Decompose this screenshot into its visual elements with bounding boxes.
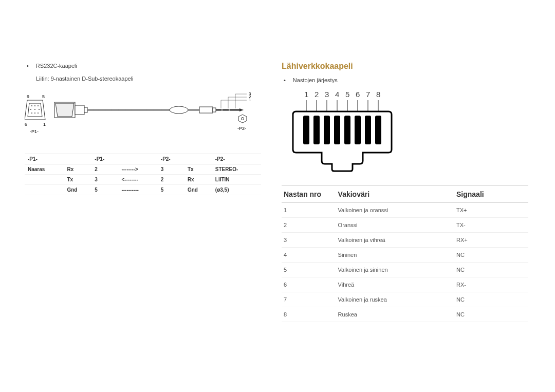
table-row: 5Valkoinen ja sininenNC [282, 262, 528, 277]
svg-rect-47 [355, 116, 361, 144]
cable-name: RS232C-kaapeli [25, 62, 261, 70]
svg-point-4 [34, 109, 35, 110]
table-row: 2OranssiTX- [282, 217, 528, 232]
pin-number-row: 1 2 3 4 5 6 7 8 [304, 90, 380, 99]
svg-text:4: 4 [335, 90, 339, 99]
dsub-plug-icon [54, 102, 87, 118]
table-header-row: Nastan nro Vakioväri Signaali [282, 185, 528, 202]
p1-label-diagram: -P1- [30, 129, 39, 134]
svg-point-7 [34, 113, 35, 114]
right-column: Lähiverkkokaapeli Nastojen järjestys 1 2… [282, 62, 528, 322]
rj45-icon [293, 111, 392, 171]
pin-order-label: Nastojen järjestys [282, 76, 528, 85]
table-row: 8RuskeaNC [282, 307, 528, 322]
svg-point-12 [170, 106, 188, 114]
document-page: RS232C-kaapeli Liitin: 9-nastainen D-Sub… [0, 0, 555, 343]
table-row: 3Valkoinen ja vihreäRX+ [282, 232, 528, 247]
table-header-row: -P1- -P1- -P2- -P2- [25, 154, 261, 164]
svg-point-5 [39, 109, 40, 110]
table-row: 4SininenNC [282, 247, 528, 262]
svg-text:1: 1 [304, 90, 308, 99]
svg-point-8 [38, 113, 39, 114]
svg-marker-24 [238, 115, 247, 123]
svg-rect-48 [365, 116, 371, 144]
svg-rect-43 [313, 116, 320, 144]
svg-point-3 [30, 109, 31, 110]
svg-rect-46 [344, 116, 350, 144]
svg-text:5: 5 [345, 90, 349, 99]
pin-mapping-table: -P1- -P1- -P2- -P2- Naaras Rx 2 --------… [25, 154, 261, 195]
svg-point-0 [31, 105, 32, 106]
svg-rect-45 [334, 116, 340, 144]
connector-desc: Liitin: 9-nastainen D-Sub-stereokaapeli [36, 74, 261, 83]
table-row: Gnd 5 ---------- 5 Gnd (ø3,5) [25, 185, 261, 195]
svg-text:6: 6 [356, 90, 360, 99]
cable-diagram: 9 5 6 1 -P1- [25, 89, 261, 147]
table-row: 1Valkoinen ja oranssiTX+ [282, 202, 528, 217]
svg-rect-13 [199, 107, 213, 113]
lan-heading: Lähiverkkokaapeli [282, 62, 528, 71]
svg-text:3: 3 [325, 90, 329, 99]
svg-rect-44 [324, 116, 330, 144]
dsub-icon [25, 100, 45, 120]
table-row: Naaras Rx 2 --------> 3 Tx STEREO- [25, 164, 261, 175]
lan-sub-list: Nastojen järjestys [282, 76, 528, 85]
p2-label-diagram: -P2- [237, 126, 246, 131]
rj45-diagram: 1 2 3 4 5 6 7 8 [292, 89, 528, 175]
svg-rect-10 [75, 105, 84, 115]
svg-point-6 [31, 113, 32, 114]
lan-pin-table: Nastan nro Vakioväri Signaali 1Valkoinen… [282, 185, 528, 322]
table-row: 7Valkoinen ja ruskeaNC [282, 292, 528, 307]
ring-1: 1 [249, 98, 251, 102]
svg-rect-11 [84, 107, 87, 113]
svg-point-1 [34, 105, 35, 106]
stereo-jack-icon [199, 107, 244, 113]
svg-point-25 [242, 118, 244, 120]
table-row: 6VihreäRX- [282, 277, 528, 292]
svg-rect-49 [375, 116, 381, 144]
dsub-pin-br: 1 [43, 122, 46, 127]
svg-text:8: 8 [376, 90, 380, 99]
svg-rect-14 [213, 108, 216, 112]
dsub-pin-tl: 9 [27, 94, 29, 99]
dsub-pin-bl: 6 [25, 122, 27, 127]
svg-rect-42 [303, 116, 309, 144]
left-column: RS232C-kaapeli Liitin: 9-nastainen D-Sub… [25, 62, 261, 322]
table-row: Tx 3 <-------- 2 Rx LIITIN [25, 175, 261, 185]
dsub-pin-tr: 5 [42, 94, 45, 99]
cable-bullet-list: RS232C-kaapeli [25, 62, 261, 70]
svg-text:2: 2 [314, 90, 319, 99]
svg-point-2 [38, 105, 39, 106]
svg-text:7: 7 [366, 90, 370, 99]
hex-nut-icon [238, 115, 247, 123]
